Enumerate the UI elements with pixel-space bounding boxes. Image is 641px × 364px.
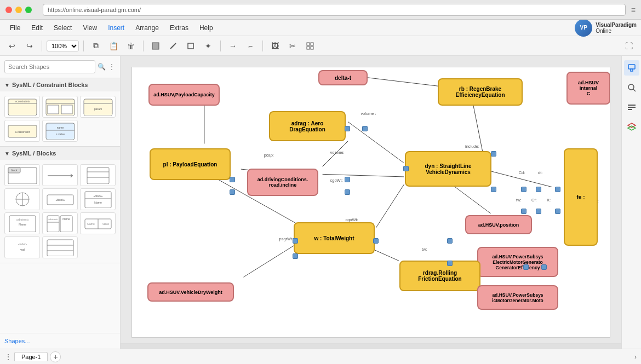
zoom-select[interactable]: 100% 75% 150% (47, 41, 79, 51)
canvas-area[interactable]: include: volume : pcap: volume: psgrtWt:… (121, 56, 621, 349)
search-input[interactable] (4, 60, 95, 73)
search-right-button[interactable] (624, 80, 639, 95)
paste-button[interactable]: 📋 (106, 39, 121, 53)
menu-help[interactable]: Help (194, 22, 219, 34)
svg-text:= value: = value (55, 132, 64, 136)
shape-item[interactable]: param (80, 96, 116, 118)
shape-item[interactable]: «constraint» (4, 96, 40, 118)
sidebar-section-header-constraint[interactable]: ▼ SysML / Constraint Blocks (0, 78, 120, 91)
line-color-button[interactable] (165, 39, 181, 53)
minimize-button[interactable] (15, 7, 22, 13)
maximize-button[interactable] (25, 7, 32, 13)
node-adhsuv-payload[interactable]: ad.HSUV,PayloadCapacity (148, 84, 220, 106)
port-15 (521, 209, 526, 214)
arrow-button[interactable]: → (225, 39, 241, 53)
menubar: File Edit Select View Insert Arrange Ext… (0, 20, 641, 36)
node-pl-payload[interactable]: pl : PayloadEquation (150, 148, 231, 180)
shape-item[interactable] (42, 96, 78, 118)
node-dyn-straight[interactable]: dyn : StraightLineVehicleDynamics (405, 151, 491, 187)
crop-button[interactable]: ✂ (285, 39, 300, 53)
menu-arrange[interactable]: Arrange (130, 22, 164, 34)
svg-text:cgoWt:: cgoWt: (345, 217, 358, 222)
sidebar-menu-icon[interactable]: ⋮ (108, 62, 116, 71)
shape-item[interactable]: block (4, 164, 40, 186)
image-button[interactable]: 🖼 (267, 39, 283, 53)
svg-rect-3 (307, 43, 310, 45)
node-adhsuv-internal[interactable]: ad.HSUVInternalC (566, 72, 610, 105)
shape-item[interactable]: «block»Name (80, 188, 116, 210)
svg-text:dt:: dt: (538, 170, 542, 175)
search-icon[interactable]: 🔍 (98, 63, 106, 71)
add-page-button[interactable]: + (50, 351, 61, 362)
shape-item[interactable] (42, 236, 78, 258)
svg-line-103 (633, 89, 636, 91)
redo-button[interactable]: ↪ (22, 39, 37, 53)
svg-rect-0 (152, 43, 159, 49)
shape-button[interactable] (183, 39, 198, 53)
shape-item[interactable] (42, 164, 78, 186)
shape-item[interactable] (80, 164, 116, 186)
connector-button[interactable]: ⌐ (243, 39, 258, 53)
bottom-right-arrow[interactable]: › (634, 353, 637, 361)
node-delta-t[interactable]: delta-t (318, 70, 368, 85)
layers-button[interactable] (624, 119, 639, 135)
shape-item[interactable]: «abstract»Name (4, 212, 40, 234)
undo-button[interactable]: ↩ (4, 39, 20, 53)
shape-item[interactable]: Constraint (4, 120, 40, 142)
node-adhsuv-power[interactable]: ad.HSUV.PowerSubsysElectricMotorGenerato… (477, 247, 558, 277)
svg-line-61 (323, 174, 404, 177)
paint-button[interactable] (624, 60, 639, 76)
url-bar[interactable]: https://online.visual-paradigm.com/ (43, 4, 626, 16)
menu-file[interactable]: File (4, 22, 26, 34)
svg-line-59 (348, 122, 404, 163)
shape-item[interactable]: «block» (42, 188, 78, 210)
port-17 (555, 209, 560, 214)
menu-view[interactable]: View (77, 22, 102, 34)
menu-select[interactable]: Select (48, 22, 77, 34)
node-addriving[interactable]: ad.drivingConditions.road.incline (247, 169, 318, 196)
menu-insert[interactable]: Insert (102, 22, 130, 34)
shape-item[interactable]: «abstract»Name (42, 212, 78, 234)
grid-button[interactable] (302, 39, 318, 53)
node-w-total[interactable]: w : TotalWeight (294, 222, 375, 254)
node-fe[interactable]: fe : (564, 148, 598, 246)
node-adrag-aero[interactable]: adrag : AeroDragEquation (269, 111, 346, 141)
menu-extras[interactable]: Extras (164, 22, 194, 34)
horizontal-scrollbar[interactable] (121, 343, 621, 349)
page-tab-1[interactable]: Page-1 (14, 352, 48, 361)
copy-button[interactable]: ⧉ (88, 39, 104, 53)
svg-rect-4 (311, 43, 313, 45)
shapes-link[interactable]: Shapes... (0, 333, 120, 349)
node-rdrag-rolling[interactable]: rdrag.RollingFrictionEquation (399, 261, 480, 291)
node-adhsuv-dry[interactable]: ad.HSUV.VehicleDryWeight (147, 282, 234, 302)
section-label-blocks: SysML / Blocks (12, 150, 56, 157)
menu-edit[interactable]: Edit (26, 22, 48, 34)
fill-button[interactable] (148, 39, 163, 53)
page-dots[interactable]: ⋮ (4, 353, 12, 361)
node-adhsuv-power2[interactable]: ad.HSUV.PowerSubsysicMotorGenerator.Moto (477, 285, 558, 310)
delete-button[interactable]: 🗑 (123, 39, 139, 53)
svg-text:Cf:: Cf: (531, 198, 537, 203)
node-adhsuv-pos[interactable]: ad.HSUV.position (465, 215, 532, 234)
node-rb-regen[interactable]: rb : RegenBrakeEfficiencyEquation (438, 78, 523, 106)
shape-item[interactable]: «indef» val (4, 236, 40, 258)
port-4 (230, 177, 235, 182)
fullscreen-button[interactable]: ⛶ (621, 39, 637, 53)
panel-button[interactable] (624, 100, 639, 115)
search-bar: 🔍 ⋮ (0, 56, 120, 78)
svg-text:X:: X: (547, 198, 551, 203)
shape-item[interactable]: Name value (80, 212, 116, 234)
sidebar-section-header-blocks[interactable]: ▼ SysML / Blocks (0, 147, 120, 160)
shape-item[interactable] (4, 188, 40, 210)
svg-text:include:: include: (465, 144, 479, 149)
shape-item[interactable]: name= value (42, 120, 78, 142)
hamburger-icon[interactable]: ≡ (631, 5, 636, 14)
close-button[interactable] (5, 7, 12, 13)
svg-text:pcap:: pcap: (264, 153, 274, 158)
constraint-shapes-grid: «constraint» param Constraint name= valu… (0, 91, 120, 146)
svg-text:«abstract»: «abstract» (48, 218, 58, 221)
canvas-content: include: volume : pcap: volume: psgrtWt:… (132, 67, 610, 337)
star-button[interactable]: ✦ (201, 39, 216, 53)
svg-text:param: param (94, 107, 101, 111)
sidebar-section-blocks: ▼ SysML / Blocks block (0, 147, 120, 263)
